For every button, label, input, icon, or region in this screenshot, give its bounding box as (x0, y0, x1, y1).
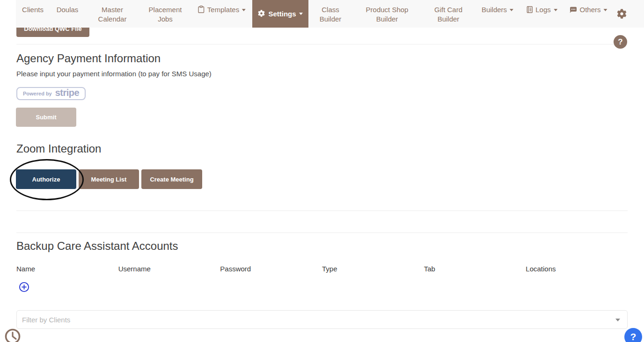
nav-item-doulas[interactable]: Doulas (57, 5, 79, 15)
nav-label: Settings (268, 10, 296, 18)
nav-item-others[interactable]: Others (569, 5, 607, 15)
section-divider (16, 233, 628, 233)
stripe-powered-label: Powered by (23, 91, 52, 96)
chevron-down-icon (510, 9, 513, 11)
section-divider (16, 44, 628, 44)
nav-item-logs[interactable]: Logs (527, 5, 557, 15)
meeting-list-button[interactable]: Meeting List (79, 169, 139, 189)
filter-clients-input[interactable] (16, 310, 628, 329)
sms-bubble-icon (569, 6, 577, 15)
filter-by-clients-select (16, 310, 628, 329)
nav-item-builders[interactable]: Builders (482, 5, 513, 15)
nav-label: Others (579, 6, 600, 14)
nav-item-templates[interactable]: Templates (198, 5, 246, 15)
chevron-down-icon (604, 9, 607, 11)
add-account-button[interactable] (19, 282, 29, 292)
top-navigation: Clients Doulas Master Calendar Placement… (16, 0, 644, 28)
chevron-down-icon (242, 9, 246, 11)
agency-payment-title: Agency Payment Information (16, 52, 161, 65)
help-button[interactable]: ? (614, 35, 627, 49)
authorize-button[interactable]: Authorize (16, 169, 76, 189)
nav-item-product-shop-builder[interactable]: Product Shop Builder (363, 5, 411, 24)
nav-label: Logs (535, 6, 551, 14)
nav-label: Master Calendar (98, 6, 127, 23)
stripe-logo: stripe (55, 87, 79, 98)
nav-label: Clients (22, 6, 44, 14)
column-header-type: Type (322, 265, 424, 273)
create-meeting-button[interactable]: Create Meeting (141, 169, 202, 189)
submit-button[interactable]: Submit (16, 108, 76, 127)
nav-label: Placement Jobs (149, 6, 182, 23)
nav-item-master-calendar[interactable]: Master Calendar (94, 5, 131, 24)
question-mark-icon: ? (630, 331, 637, 342)
chevron-down-icon (299, 13, 303, 15)
nav-label: Builders (482, 6, 507, 14)
nav-item-placement-jobs[interactable]: Placement Jobs (144, 5, 186, 24)
clock-icon[interactable] (4, 328, 21, 342)
accounts-table-header-row: Name Username Password Type Tab Location… (16, 265, 628, 273)
chevron-down-icon (554, 9, 557, 11)
column-header-password: Password (220, 265, 322, 273)
section-divider (16, 211, 628, 211)
payment-subtitle: Please input your payment information (t… (16, 70, 212, 78)
nav-label: Product Shop Builder (366, 6, 409, 23)
nav-label: Gift Card Builder (434, 6, 462, 23)
nav-item-settings-active[interactable]: Settings (252, 0, 308, 28)
question-mark-icon: ? (618, 37, 622, 47)
nav-item-clients[interactable]: Clients (22, 5, 44, 15)
clipboard-icon (198, 6, 205, 15)
column-header-username: Username (118, 265, 220, 273)
gear-icon (258, 10, 265, 18)
nav-label: Templates (207, 6, 239, 14)
column-header-name: Name (16, 265, 118, 273)
nav-label: Class Builder (320, 6, 342, 23)
backup-accounts-title: Backup Care Assistant Accounts (16, 240, 178, 253)
column-header-locations: Locations (526, 265, 628, 273)
gear-icon[interactable] (617, 9, 627, 19)
help-widget-button[interactable]: ? (624, 328, 642, 342)
stripe-badge-button[interactable]: Powered by stripe (16, 87, 86, 100)
zoom-integration-title: Zoom Integration (16, 142, 101, 155)
nav-item-class-builder[interactable]: Class Builder (315, 5, 345, 24)
log-book-icon (527, 6, 533, 15)
column-header-tab: Tab (424, 265, 526, 273)
nav-item-gift-card-builder[interactable]: Gift Card Builder (430, 5, 467, 24)
nav-label: Doulas (57, 6, 79, 14)
